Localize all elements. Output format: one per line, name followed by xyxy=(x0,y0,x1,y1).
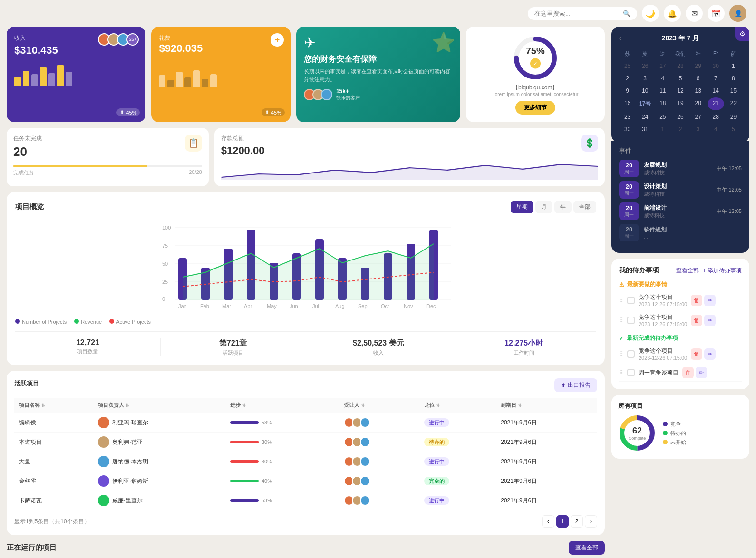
tab-yearly[interactable]: 年 xyxy=(554,201,572,213)
cal-day-27[interactable]: 27 xyxy=(690,111,707,123)
cal-day-prev-28[interactable]: 28 xyxy=(672,60,688,72)
cell-date-2: 2021年9月6日 xyxy=(496,452,597,471)
cal-day-16[interactable]: 16 xyxy=(619,97,636,110)
cal-day-10[interactable]: 10 xyxy=(637,85,653,96)
cell-date-3: 2021年9月6日 xyxy=(496,471,597,491)
cal-day-6[interactable]: 6 xyxy=(690,73,707,84)
cal-day-25[interactable]: 25 xyxy=(654,111,671,123)
overview-title: 项目概览 xyxy=(15,202,44,212)
cal-day-13[interactable]: 13 xyxy=(690,85,707,96)
view-all-btn[interactable]: 查看全部 xyxy=(569,541,605,555)
calendar-icon[interactable]: 📅 xyxy=(708,5,725,22)
svg-text:50: 50 xyxy=(162,261,168,267)
todo-edit-3[interactable]: ✏ xyxy=(704,348,716,360)
cal-day-prev-25[interactable]: 25 xyxy=(619,60,636,72)
todo-delete-4[interactable]: 🗑 xyxy=(682,367,694,378)
event-name-3: 前端设计 xyxy=(644,204,712,212)
cal-day-28[interactable]: 28 xyxy=(708,111,724,123)
cal-day-next-1[interactable]: 1 xyxy=(654,124,671,135)
expense-add-btn[interactable]: + xyxy=(271,33,284,47)
drag-handle-4[interactable]: ⠿ xyxy=(619,369,623,376)
cal-day-next-3[interactable]: 3 xyxy=(690,124,707,135)
todo-checkbox-2[interactable] xyxy=(627,317,635,324)
cell-name-0: 编辑侯 xyxy=(14,413,93,433)
cal-day-23[interactable]: 23 xyxy=(619,111,636,123)
todo-checkbox-4[interactable] xyxy=(627,369,635,376)
moon-icon[interactable]: 🌙 xyxy=(642,5,659,22)
cal-day-prev-26[interactable]: 26 xyxy=(637,60,653,72)
todo-edit-1[interactable]: ✏ xyxy=(704,295,716,306)
todo-checkbox-1[interactable] xyxy=(627,297,635,304)
cal-day-12[interactable]: 12 xyxy=(672,85,688,96)
stat-revenue: $2,50,523 美元 收入 xyxy=(306,338,452,356)
todo-header: 我的待办事项 查看全部 + 添加待办事项 xyxy=(619,266,742,275)
cal-day-24[interactable]: 24 xyxy=(637,111,653,123)
todo-delete-3[interactable]: 🗑 xyxy=(691,348,702,360)
project-overview: 项目概览 星期 月 年 全部 100 75 50 25 0 xyxy=(7,192,605,365)
todo-edit-4[interactable]: ✏ xyxy=(696,367,707,378)
cal-day-20[interactable]: 20 xyxy=(690,97,707,110)
task-title: 任务未完成 xyxy=(13,135,42,143)
page-1-btn[interactable]: 1 xyxy=(556,515,569,528)
cal-day-21-today[interactable]: 21 xyxy=(708,97,724,110)
cal-day-26[interactable]: 26 xyxy=(672,111,688,123)
page-2-btn[interactable]: 2 xyxy=(571,515,583,528)
cal-day-prev-27[interactable]: 27 xyxy=(654,60,671,72)
cal-settings-btn[interactable]: ⚙ xyxy=(735,27,749,41)
cal-day-31[interactable]: 31 xyxy=(637,124,653,135)
todo-add[interactable]: + 添加待办事项 xyxy=(703,267,742,275)
cal-day-14[interactable]: 14 xyxy=(708,85,724,96)
todo-view-all[interactable]: 查看全部 xyxy=(676,267,699,275)
cal-day-next-2[interactable]: 2 xyxy=(672,124,688,135)
cal-day-5[interactable]: 5 xyxy=(672,73,688,84)
tab-monthly[interactable]: 月 xyxy=(535,201,552,213)
cal-day-prev-30[interactable]: 30 xyxy=(708,60,724,72)
drag-handle-1[interactable]: ⠿ xyxy=(619,297,623,304)
stat-active: 第721章 活跃项目 xyxy=(161,338,306,356)
stat-label-1: 项目数量 xyxy=(15,348,160,355)
cal-day-7[interactable]: 7 xyxy=(708,73,724,84)
cal-day-4[interactable]: 4 xyxy=(654,73,671,84)
cal-day-17[interactable]: 17号 xyxy=(637,97,653,110)
next-page-btn[interactable]: › xyxy=(585,515,597,528)
todo-delete-2[interactable]: 🗑 xyxy=(691,315,702,326)
drag-handle-3[interactable]: ⠿ xyxy=(619,351,623,357)
export-btn[interactable]: ⬆ 出口报告 xyxy=(554,378,597,392)
tab-all[interactable]: 全部 xyxy=(573,201,596,213)
todo-checkbox-3[interactable] xyxy=(627,350,635,358)
cal-day-3[interactable]: 3 xyxy=(637,73,653,84)
prev-page-btn[interactable]: ‹ xyxy=(542,515,554,528)
cal-day-11[interactable]: 11 xyxy=(654,85,671,96)
cal-day-prev-29[interactable]: 29 xyxy=(690,60,707,72)
cal-day-next-5[interactable]: 5 xyxy=(725,124,742,135)
cal-day-15[interactable]: 15 xyxy=(725,85,742,96)
search-input[interactable] xyxy=(534,10,619,17)
drag-handle-2[interactable]: ⠿ xyxy=(619,317,623,324)
cal-day-next-4[interactable]: 4 xyxy=(708,124,724,135)
ebar-1 xyxy=(159,75,165,87)
more-detail-btn[interactable]: 更多细节 xyxy=(515,101,555,115)
todo-content-4: 周一竞争谈项目 xyxy=(639,369,678,377)
todo-delete-1[interactable]: 🗑 xyxy=(691,295,702,306)
cal-title: 2023 年 7 月 xyxy=(662,34,699,43)
cal-day-22[interactable]: 22 xyxy=(725,97,742,110)
stat-label-3: 收入 xyxy=(306,349,451,356)
todo-edit-2[interactable]: ✏ xyxy=(704,315,716,326)
cal-day-29[interactable]: 29 xyxy=(725,111,742,123)
cal-day-19[interactable]: 19 xyxy=(672,97,688,110)
cal-prev-btn[interactable]: ‹ xyxy=(619,34,621,43)
cal-day-9[interactable]: 9 xyxy=(619,85,636,96)
savings-header: 存款总额 $1200.00 💲 xyxy=(221,135,598,157)
cal-day-30[interactable]: 30 xyxy=(619,124,636,135)
cell-date-4: 2021年9月6日 xyxy=(496,491,597,510)
bell-icon[interactable]: 🔔 xyxy=(664,5,681,22)
cal-day-1[interactable]: 1 xyxy=(725,60,742,72)
mail-icon[interactable]: ✉ xyxy=(686,5,703,22)
tab-weekly[interactable]: 星期 xyxy=(511,201,533,213)
event-info-1: 发展规划 威特科技 xyxy=(644,161,712,176)
search-box[interactable]: 🔍 xyxy=(528,7,637,20)
user-avatar[interactable]: 👤 xyxy=(729,5,746,22)
cal-day-2[interactable]: 2 xyxy=(619,73,636,84)
cal-day-8[interactable]: 8 xyxy=(725,73,742,84)
cal-day-18[interactable]: 18 xyxy=(654,97,671,110)
